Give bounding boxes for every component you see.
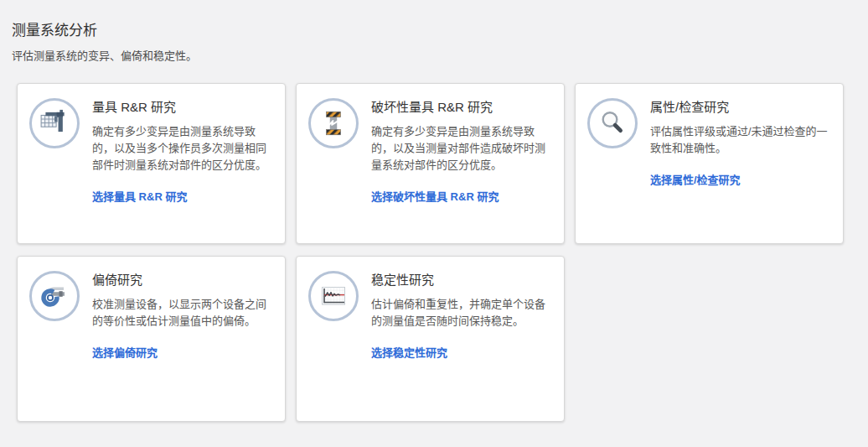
- destructive-specimen-icon: [308, 98, 359, 148]
- caliper-icon: [29, 98, 80, 148]
- micrometer-icon: [29, 271, 80, 321]
- card-body: 偏倚研究 校准测量设备，以显示两个设备之间的等价性或估计测量值中的偏倚。 选择偏…: [92, 268, 275, 360]
- card-bias-study: 偏倚研究 校准测量设备，以显示两个设备之间的等价性或估计测量值中的偏倚。 选择偏…: [17, 256, 286, 422]
- select-stability-study-link[interactable]: 选择稳定性研究: [371, 344, 447, 360]
- card-title: 量具 R&R 研究: [92, 97, 271, 115]
- select-bias-study-link[interactable]: 选择偏倚研究: [92, 344, 158, 360]
- select-gage-rr-study-link[interactable]: 选择量具 R&R 研究: [92, 188, 187, 204]
- card-description: 确定有多少变异是由测量系统导致的，以及当测量对部件造成破坏时测量系统对部件的区分…: [371, 123, 550, 174]
- card-description: 确定有多少变异是由测量系统导致的，以及当多个操作员多次测量相同部件时测量系统对部…: [92, 123, 271, 174]
- select-attribute-inspection-study-link[interactable]: 选择属性/检查研究: [650, 171, 741, 187]
- card-body: 量具 R&R 研究 确定有多少变异是由测量系统导致的，以及当多个操作员多次测量相…: [92, 96, 275, 204]
- page-title: 测量系统分析: [12, 18, 856, 39]
- card-body: 稳定性研究 估计偏倚和重复性，并确定单个设备的测量值是否随时间保持稳定。 选择稳…: [371, 268, 554, 360]
- msa-gallery-page: 测量系统分析 评估测量系统的变异、偏倚和稳定性。 量具 R&R 研究 确定有多少: [0, 0, 868, 422]
- control-chart-icon: [308, 271, 359, 321]
- card-title: 稳定性研究: [371, 270, 550, 288]
- card-destructive-gage-rr-study: 破坏性量具 R&R 研究 确定有多少变异是由测量系统导致的，以及当测量对部件造成…: [296, 83, 565, 244]
- card-body: 属性/检查研究 评估属性评级或通过/未通过检查的一致性和准确性。 选择属性/检查…: [650, 96, 833, 187]
- study-card-grid: 量具 R&R 研究 确定有多少变异是由测量系统导致的，以及当多个操作员多次测量相…: [17, 83, 856, 422]
- card-body: 破坏性量具 R&R 研究 确定有多少变异是由测量系统导致的，以及当测量对部件造成…: [371, 96, 554, 204]
- magnifier-icon: [587, 98, 638, 148]
- card-title: 属性/检查研究: [650, 97, 829, 115]
- page-subtitle: 评估测量系统的变异、偏倚和稳定性。: [12, 47, 856, 63]
- card-gage-rr-study: 量具 R&R 研究 确定有多少变异是由测量系统导致的，以及当多个操作员多次测量相…: [17, 83, 286, 244]
- card-title: 破坏性量具 R&R 研究: [371, 97, 550, 115]
- card-title: 偏倚研究: [92, 270, 271, 288]
- card-attribute-inspection-study: 属性/检查研究 评估属性评级或通过/未通过检查的一致性和准确性。 选择属性/检查…: [575, 83, 844, 244]
- card-description: 估计偏倚和重复性，并确定单个设备的测量值是否随时间保持稳定。: [371, 296, 550, 330]
- card-description: 校准测量设备，以显示两个设备之间的等价性或估计测量值中的偏倚。: [92, 296, 271, 330]
- select-destructive-gage-rr-study-link[interactable]: 选择破坏性量具 R&R 研究: [371, 188, 499, 204]
- card-stability-study: 稳定性研究 估计偏倚和重复性，并确定单个设备的测量值是否随时间保持稳定。 选择稳…: [296, 256, 565, 422]
- card-description: 评估属性评级或通过/未通过检查的一致性和准确性。: [650, 123, 829, 157]
